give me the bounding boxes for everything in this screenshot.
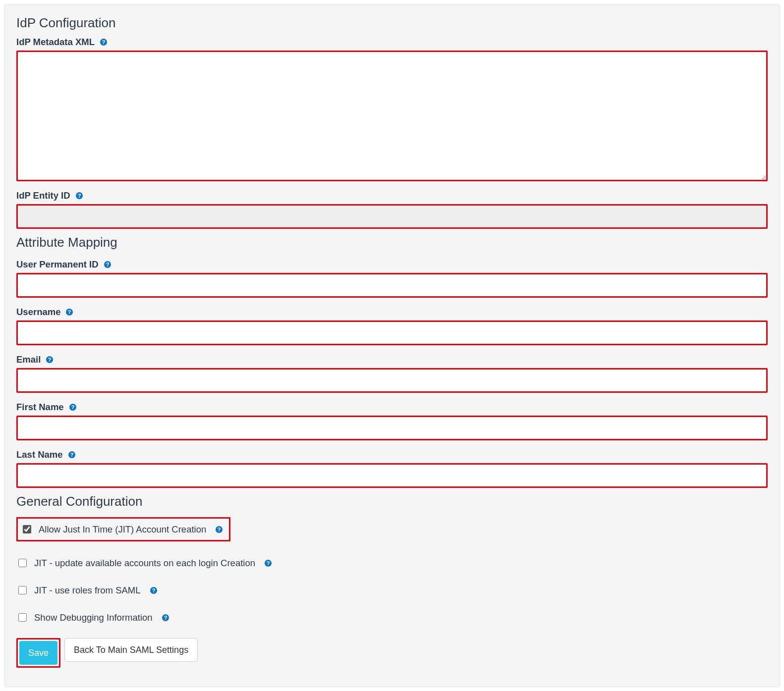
first-name-input[interactable] bbox=[16, 416, 768, 440]
last-name-label-row: Last Name bbox=[16, 449, 768, 460]
section-title-general: General Configuration bbox=[16, 494, 768, 509]
first-name-label: First Name bbox=[16, 402, 64, 413]
jit-create-row: Allow Just In Time (JIT) Account Creatio… bbox=[16, 517, 230, 541]
back-to-main-button[interactable]: Back To Main SAML Settings bbox=[64, 638, 198, 662]
question-circle-icon[interactable] bbox=[264, 559, 272, 567]
question-circle-icon[interactable] bbox=[162, 614, 169, 622]
question-circle-icon[interactable] bbox=[75, 192, 83, 200]
question-circle-icon[interactable] bbox=[104, 261, 112, 268]
user-permanent-id-label-row: User Permanent ID bbox=[16, 259, 768, 270]
jit-update-row: JIT - update available accounts on each … bbox=[16, 557, 768, 569]
question-circle-icon[interactable] bbox=[215, 526, 223, 533]
jit-roles-row: JIT - use roles from SAML bbox=[16, 585, 768, 596]
question-circle-icon[interactable] bbox=[150, 586, 158, 594]
last-name-label: Last Name bbox=[16, 449, 63, 460]
debug-label: Show Debugging Information bbox=[34, 612, 153, 623]
idp-entity-id-label: IdP Entity ID bbox=[16, 190, 70, 201]
idp-metadata-label: IdP Metadata XML bbox=[16, 37, 95, 48]
section-title-idp: IdP Configuration bbox=[16, 15, 768, 31]
email-label: Email bbox=[16, 354, 41, 365]
save-button-highlight: Save bbox=[16, 638, 60, 668]
username-input[interactable] bbox=[16, 320, 768, 345]
last-name-input[interactable] bbox=[16, 463, 768, 488]
save-button[interactable]: Save bbox=[19, 641, 57, 665]
debug-row: Show Debugging Information bbox=[16, 612, 768, 623]
question-circle-icon[interactable] bbox=[46, 356, 54, 364]
question-circle-icon[interactable] bbox=[68, 451, 76, 459]
button-row: Save Back To Main SAML Settings bbox=[16, 638, 768, 668]
email-input[interactable] bbox=[16, 368, 768, 393]
idp-entity-id-label-row: IdP Entity ID bbox=[16, 190, 768, 201]
jit-update-checkbox[interactable] bbox=[18, 559, 27, 567]
jit-create-label: Allow Just In Time (JIT) Account Creatio… bbox=[39, 524, 206, 535]
question-circle-icon[interactable] bbox=[69, 403, 77, 411]
idp-entity-id-input[interactable] bbox=[16, 204, 768, 229]
question-circle-icon[interactable] bbox=[65, 308, 73, 316]
username-label-row: Username bbox=[16, 307, 768, 318]
debug-checkbox[interactable] bbox=[18, 613, 27, 622]
username-label: Username bbox=[16, 307, 60, 318]
idp-metadata-xml-textarea[interactable] bbox=[16, 51, 768, 181]
jit-roles-label: JIT - use roles from SAML bbox=[34, 585, 141, 596]
first-name-label-row: First Name bbox=[16, 402, 768, 413]
idp-metadata-label-row: IdP Metadata XML bbox=[16, 37, 768, 48]
jit-update-label: JIT - update available accounts on each … bbox=[34, 558, 255, 569]
question-circle-icon[interactable] bbox=[100, 38, 108, 46]
section-title-attr: Attribute Mapping bbox=[16, 235, 768, 250]
saml-config-panel: IdP Configuration IdP Metadata XML IdP E… bbox=[4, 4, 780, 687]
user-permanent-id-input[interactable] bbox=[16, 273, 768, 298]
jit-roles-checkbox[interactable] bbox=[18, 586, 27, 594]
user-permanent-id-label: User Permanent ID bbox=[16, 259, 99, 270]
email-label-row: Email bbox=[16, 354, 768, 365]
jit-create-checkbox[interactable] bbox=[23, 525, 31, 533]
